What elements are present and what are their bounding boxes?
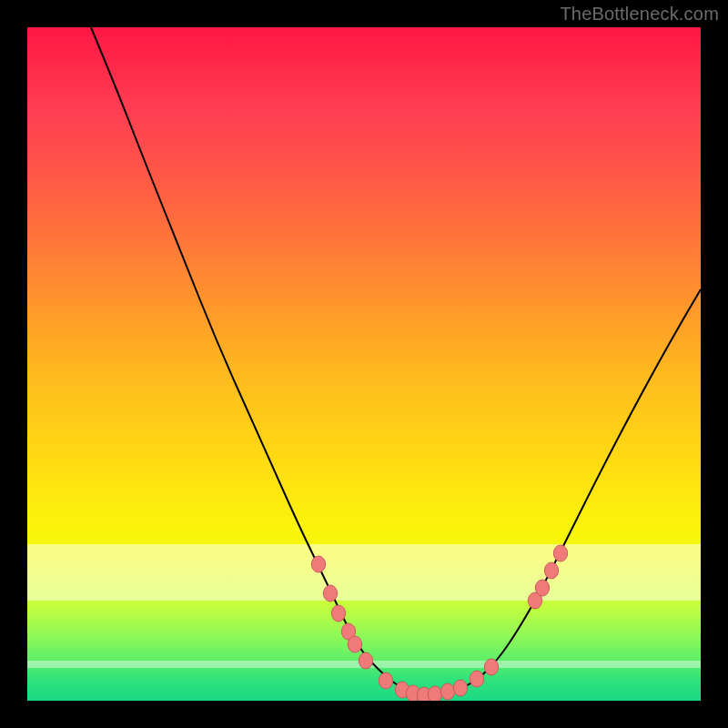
data-point bbox=[359, 652, 372, 669]
watermark-text: TheBottleneck.com bbox=[560, 4, 719, 25]
data-point bbox=[323, 585, 337, 602]
data-point bbox=[348, 636, 361, 652]
data-point bbox=[544, 562, 558, 579]
bottleneck-curve bbox=[91, 27, 701, 695]
data-point bbox=[453, 680, 467, 696]
plot-area bbox=[27, 27, 701, 701]
data-point bbox=[484, 659, 498, 675]
curve-layer bbox=[27, 27, 701, 701]
data-point bbox=[535, 580, 549, 596]
data-point bbox=[440, 683, 454, 700]
data-points-group bbox=[311, 545, 567, 701]
data-point bbox=[331, 605, 345, 622]
data-point bbox=[311, 556, 325, 572]
data-point bbox=[470, 671, 483, 687]
data-point bbox=[379, 672, 392, 689]
data-point bbox=[553, 545, 567, 561]
data-point bbox=[428, 686, 441, 701]
chart-stage: TheBottleneck.com bbox=[0, 0, 728, 728]
